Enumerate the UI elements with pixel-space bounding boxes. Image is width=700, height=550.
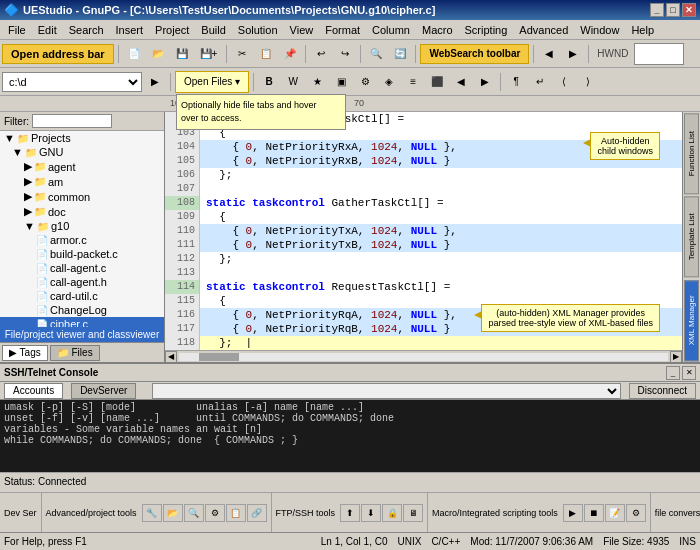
disconnect-button[interactable]: Disconnect (629, 383, 696, 399)
tree-item-doc[interactable]: ▶ 📁 doc (0, 204, 164, 219)
adv-btn-2[interactable]: 📂 (163, 504, 183, 522)
next-button[interactable]: ▶ (562, 43, 584, 65)
macro-btn-2[interactable]: ⏹ (584, 504, 604, 522)
console-close-btn[interactable]: ✕ (682, 366, 696, 380)
addr-go-button[interactable]: ▶ (144, 71, 166, 93)
menu-scripting[interactable]: Scripting (459, 23, 514, 37)
wiki-button[interactable]: W (282, 71, 304, 93)
scroll-right-button[interactable]: ▶ (670, 351, 682, 363)
menu-insert[interactable]: Insert (110, 23, 150, 37)
menu-column[interactable]: Column (366, 23, 416, 37)
tb4[interactable]: ≡ (402, 71, 424, 93)
tree-item-armor[interactable]: 📄 armor.c (0, 233, 164, 247)
tb8[interactable]: ¶ (505, 71, 527, 93)
tb6[interactable]: ◀ (450, 71, 472, 93)
devserver-tab[interactable]: DevServer (71, 383, 136, 399)
hwnd-input[interactable] (634, 43, 684, 65)
tree-item-common[interactable]: ▶ 📁 common (0, 189, 164, 204)
adv-btn-1[interactable]: 🔧 (142, 504, 162, 522)
tree-item-agent[interactable]: ▶ 📁 agent (0, 159, 164, 174)
bold-button[interactable]: B (258, 71, 280, 93)
filter-input[interactable] (32, 114, 112, 128)
ftp-btn-4[interactable]: 🖥 (403, 504, 423, 522)
save-all-button[interactable]: 💾+ (195, 43, 223, 65)
function-list-tab[interactable]: Function List (684, 113, 699, 194)
save-button[interactable]: 💾 (171, 43, 193, 65)
paste-button[interactable]: 📌 (279, 43, 301, 65)
new-button[interactable]: 📄 (123, 43, 145, 65)
ftp-btn-3[interactable]: 🔒 (382, 504, 402, 522)
find-button[interactable]: 🔍 (365, 43, 387, 65)
maximize-button[interactable]: □ (666, 3, 680, 17)
tb1[interactable]: ▣ (330, 71, 352, 93)
tree-item-card-util[interactable]: 📄 card-util.c (0, 289, 164, 303)
menu-project[interactable]: Project (149, 23, 195, 37)
accounts-tab[interactable]: Accounts (4, 383, 63, 399)
horizontal-scrollbar[interactable]: ◀ ▶ (165, 350, 682, 362)
menu-edit[interactable]: Edit (32, 23, 63, 37)
tb2[interactable]: ⚙ (354, 71, 376, 93)
tb7[interactable]: ▶ (474, 71, 496, 93)
file-project-viewer-label[interactable]: File/project viewer and classviewer (0, 327, 164, 342)
menu-search[interactable]: Search (63, 23, 110, 37)
prev-button[interactable]: ◀ (538, 43, 560, 65)
ftp-btn-1[interactable]: ⬆ (340, 504, 360, 522)
open-button[interactable]: 📂 (147, 43, 169, 65)
scroll-left-button[interactable]: ◀ (165, 351, 177, 363)
tb3[interactable]: ◈ (378, 71, 400, 93)
menu-solution[interactable]: Solution (232, 23, 284, 37)
ftp-btn-2[interactable]: ⬇ (361, 504, 381, 522)
tree-item-build-packet[interactable]: 📄 build-packet.c (0, 247, 164, 261)
tree-item-call-agent-h[interactable]: 📄 call-agent.h (0, 275, 164, 289)
tree-item-projects[interactable]: ▼ 📁 Projects (0, 131, 164, 145)
open-files-button[interactable]: Open Files ▾ Optionally hide file tabs a… (175, 71, 249, 93)
menu-format[interactable]: Format (319, 23, 366, 37)
websearch-toolbar-button[interactable]: WebSearch toolbar (420, 44, 529, 64)
replace-button[interactable]: 🔄 (389, 43, 411, 65)
macro-btn-4[interactable]: ⚙ (626, 504, 646, 522)
tb10[interactable]: ⟨ (553, 71, 575, 93)
tb11[interactable]: ⟩ (577, 71, 599, 93)
line-number: 107 (165, 182, 200, 196)
copy-button[interactable]: 📋 (255, 43, 277, 65)
tree-item-call-agent-c[interactable]: 📄 call-agent.c (0, 261, 164, 275)
console-min-btn[interactable]: _ (666, 366, 680, 380)
redo-button[interactable]: ↪ (334, 43, 356, 65)
tree-item-cipher[interactable]: 📄 cipher.c (0, 317, 164, 327)
cut-button[interactable]: ✂ (231, 43, 253, 65)
tree-item-g10[interactable]: ▼ 📁 g10 (0, 219, 164, 233)
menu-macro[interactable]: Macro (416, 23, 459, 37)
server-select[interactable] (152, 383, 620, 399)
code-editor[interactable]: 102 taskcontrol ScatterTaskCtl[] = 103 {… (165, 112, 682, 362)
scrollbar-track[interactable] (179, 353, 668, 361)
adv-btn-3[interactable]: 🔍 (184, 504, 204, 522)
menu-build[interactable]: Build (195, 23, 231, 37)
menu-view[interactable]: View (284, 23, 320, 37)
tree-item-am[interactable]: ▶ 📁 am (0, 174, 164, 189)
template-list-tab[interactable]: Template List (684, 196, 699, 277)
macro-btn-1[interactable]: ▶ (563, 504, 583, 522)
scrollbar-thumb[interactable] (199, 353, 239, 361)
console-output[interactable]: umask [-p] [-S] [mode] unalias [-a] name… (0, 400, 700, 472)
menu-file[interactable]: File (2, 23, 32, 37)
macro-btn-3[interactable]: 📝 (605, 504, 625, 522)
menu-advanced[interactable]: Advanced (513, 23, 574, 37)
star-button[interactable]: ★ (306, 71, 328, 93)
menu-window[interactable]: Window (574, 23, 625, 37)
tags-tab[interactable]: ▶ Tags (2, 345, 48, 361)
close-button[interactable]: ✕ (682, 3, 696, 17)
tree-item-changelog[interactable]: 📄 ChangeLog (0, 303, 164, 317)
menu-help[interactable]: Help (625, 23, 660, 37)
open-address-bar-button[interactable]: Open address bar (2, 44, 114, 64)
tree-item-gnu[interactable]: ▼ 📁 GNU (0, 145, 164, 159)
tb5[interactable]: ⬛ (426, 71, 448, 93)
address-combo[interactable]: c:\d c:\dev c:\Documents and Settings (2, 72, 142, 92)
xml-manager-tab[interactable]: XML Manager (684, 280, 699, 361)
adv-btn-6[interactable]: 🔗 (247, 504, 267, 522)
adv-btn-5[interactable]: 📋 (226, 504, 246, 522)
adv-btn-4[interactable]: ⚙ (205, 504, 225, 522)
undo-button[interactable]: ↩ (310, 43, 332, 65)
files-tab[interactable]: 📁 Files (50, 345, 100, 361)
minimize-button[interactable]: _ (650, 3, 664, 17)
tb9[interactable]: ↵ (529, 71, 551, 93)
